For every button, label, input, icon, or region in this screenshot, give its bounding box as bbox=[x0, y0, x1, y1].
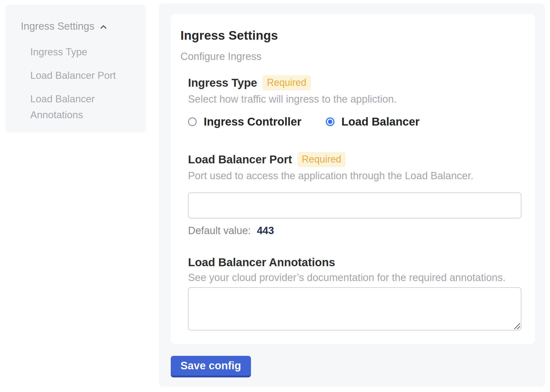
settings-sidebar: Ingress Settings Ingress Type Load Balan… bbox=[5, 5, 146, 132]
sidebar-section-label: Ingress Settings bbox=[21, 21, 94, 32]
page-subtitle: Configure Ingress bbox=[180, 51, 522, 62]
default-value-label: Default value: bbox=[188, 225, 251, 236]
ingress-settings-card: Ingress Settings Configure Ingress Ingre… bbox=[171, 14, 535, 344]
field-label-ingress-type: Ingress Type bbox=[188, 76, 257, 89]
section-load-balancer-annotations: Load Balancer Annotations See your cloud… bbox=[188, 256, 522, 330]
annotations-textarea-wrap bbox=[188, 287, 521, 330]
ingress-type-radio-group: Ingress Controller Load Balancer bbox=[188, 115, 522, 129]
form-sections: Ingress Type Required Select how traffic… bbox=[188, 75, 522, 330]
default-value-line: Default value: 443 bbox=[188, 225, 522, 236]
radio-label-load-balancer: Load Balancer bbox=[341, 115, 420, 128]
section-heading: Load Balancer Port Required bbox=[188, 152, 522, 167]
radio-load-balancer[interactable] bbox=[326, 117, 334, 126]
sidebar-item-list: Ingress Type Load Balancer Port Load Bal… bbox=[30, 44, 138, 123]
field-description: See your cloud provider’s documentation … bbox=[188, 271, 522, 284]
section-ingress-type: Ingress Type Required Select how traffic… bbox=[188, 75, 522, 129]
field-label-load-balancer-port: Load Balancer Port bbox=[188, 153, 292, 166]
default-value-number: 443 bbox=[257, 225, 274, 236]
field-label-load-balancer-annotations: Load Balancer Annotations bbox=[188, 256, 335, 269]
chevron-up-icon[interactable] bbox=[99, 22, 108, 32]
radio-label-ingress-controller: Ingress Controller bbox=[204, 115, 301, 128]
page-title: Ingress Settings bbox=[180, 28, 522, 43]
radio-option-ingress-controller[interactable]: Ingress Controller bbox=[188, 115, 301, 128]
spacer bbox=[188, 236, 522, 256]
required-badge: Required bbox=[263, 75, 311, 90]
radio-ingress-controller[interactable] bbox=[188, 117, 197, 126]
sidebar-item-load-balancer-annotations[interactable]: Load Balancer Annotations bbox=[30, 91, 138, 123]
radio-option-load-balancer[interactable]: Load Balancer bbox=[326, 115, 420, 128]
sidebar-section-header-ingress-settings[interactable]: Ingress Settings bbox=[21, 21, 138, 32]
section-load-balancer-port: Load Balancer Port Required Port used to… bbox=[188, 152, 522, 236]
sidebar-item-ingress-type[interactable]: Ingress Type bbox=[30, 44, 138, 60]
section-heading: Ingress Type Required bbox=[188, 75, 522, 90]
section-heading: Load Balancer Annotations bbox=[188, 256, 522, 269]
resize-grip-icon[interactable] bbox=[514, 323, 520, 329]
load-balancer-port-input[interactable] bbox=[188, 192, 521, 218]
save-config-button[interactable]: Save config bbox=[171, 356, 251, 377]
radio-selected-dot bbox=[328, 120, 332, 124]
field-description: Select how traffic will ingress to the a… bbox=[188, 93, 522, 106]
ingress-settings-panel: Ingress Settings Configure Ingress Ingre… bbox=[159, 4, 545, 387]
required-badge: Required bbox=[297, 152, 346, 167]
sidebar-item-load-balancer-port[interactable]: Load Balancer Port bbox=[30, 67, 138, 83]
load-balancer-annotations-textarea[interactable] bbox=[188, 287, 521, 330]
field-description: Port used to access the application thro… bbox=[188, 169, 522, 182]
spacer bbox=[188, 129, 522, 152]
